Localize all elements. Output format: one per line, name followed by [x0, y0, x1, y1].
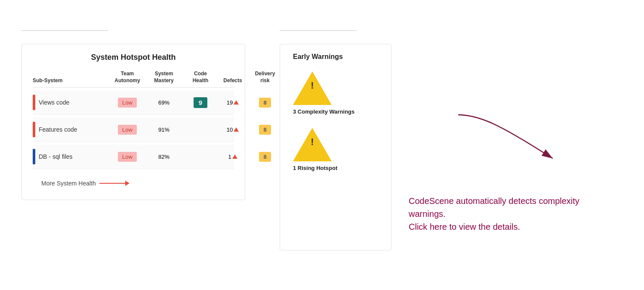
table-header: Sub-System Team Autonomy System Mastery … — [33, 71, 234, 88]
cell-team-autonomy: Low — [110, 152, 145, 162]
defects-count: 19 — [227, 99, 233, 106]
warning-exclamation-icon: ! — [307, 136, 317, 148]
more-link-text: More System Health — [41, 180, 96, 187]
th-code-health: Code Health — [183, 71, 218, 84]
more-system-health-link[interactable]: More System Health — [33, 180, 234, 187]
arrow-right-icon — [99, 181, 129, 186]
hotspot-warning-triangle: ! — [293, 128, 332, 161]
early-warnings-title: Early Warnings — [293, 53, 378, 61]
row-name: Views code — [39, 99, 69, 106]
cell-system-mastery: 91% — [145, 126, 183, 133]
th-health-label: Health — [193, 77, 209, 83]
description-line2: Click here to view the details. — [409, 222, 520, 231]
row-name: Features code — [39, 126, 77, 133]
th-system-label: System — [155, 71, 173, 77]
cell-system-mastery: 82% — [145, 154, 183, 160]
top-divider — [22, 30, 108, 31]
card-title: System Hotspot Health — [33, 53, 234, 62]
defects-count: 10 — [227, 126, 233, 133]
defects-triangle-icon — [234, 127, 239, 132]
row-label: DB - sql files — [33, 149, 110, 164]
defects-triangle-icon — [232, 154, 237, 159]
system-hotspot-card: System Hotspot Health Sub-System Team Au… — [22, 44, 245, 200]
th-team-label: Team — [121, 71, 134, 77]
row-color-bar — [33, 122, 35, 137]
th-team-autonomy: Team Autonomy — [110, 71, 145, 84]
early-warnings-card[interactable]: Early Warnings ! 3 Complexity Warnings !… — [280, 44, 391, 250]
complexity-warning-label: 3 Complexity Warnings — [293, 108, 378, 115]
right-panel: Early Warnings ! 3 Complexity Warnings !… — [258, 22, 632, 263]
row-name: DB - sql files — [39, 153, 73, 160]
badge-low: Low — [118, 98, 137, 108]
row-label: Features code — [33, 122, 110, 137]
cell-code-health: 9 — [183, 97, 218, 108]
warning-exclamation-icon: ! — [307, 80, 317, 91]
th-code-label: Code — [194, 71, 207, 77]
row-label: Views code — [33, 95, 110, 110]
badge-low: Low — [118, 152, 137, 162]
table-row[interactable]: Features code Low 91% 10 8 — [33, 117, 234, 142]
cell-system-mastery: 69% — [145, 99, 183, 106]
description-text[interactable]: CodeScene automatically detects complexi… — [409, 194, 611, 233]
table-row[interactable]: DB - sql files Low 82% 1 8 — [33, 145, 234, 169]
row-color-bar — [33, 95, 35, 110]
cell-defects: 10 — [218, 126, 248, 133]
annotation-area: CodeScene automatically detects complexi… — [400, 30, 611, 250]
warning-item-complexity: ! 3 Complexity Warnings — [293, 71, 378, 115]
badge-code-health: 9 — [194, 97, 207, 108]
complexity-warning-triangle: ! — [293, 71, 332, 105]
row-color-bar — [33, 149, 35, 164]
cell-defects: 1 — [218, 154, 248, 160]
cell-team-autonomy: Low — [110, 125, 145, 135]
cell-defects: 19 — [218, 99, 248, 106]
th-defects: Defects — [218, 77, 248, 84]
th-system-mastery: System Mastery — [145, 71, 183, 84]
warning-item-hotspot: ! 1 Rising Hotspot — [293, 128, 378, 171]
left-panel: System Hotspot Health Sub-System Team Au… — [0, 22, 258, 213]
badge-low: Low — [118, 125, 137, 135]
cell-team-autonomy: Low — [110, 98, 145, 108]
th-mastery-label: Mastery — [154, 77, 173, 83]
hotspot-warning-label: 1 Rising Hotspot — [293, 165, 378, 171]
defects-triangle-icon — [234, 100, 239, 105]
th-subsystem: Sub-System — [33, 77, 110, 84]
description-line1: CodeScene automatically detects complexi… — [409, 196, 579, 219]
defects-count: 1 — [228, 154, 231, 160]
top-divider-right — [280, 30, 357, 31]
th-autonomy-label: Autonomy — [114, 77, 140, 83]
table-row[interactable]: Views code Low 69% 9 19 8 — [33, 90, 234, 115]
